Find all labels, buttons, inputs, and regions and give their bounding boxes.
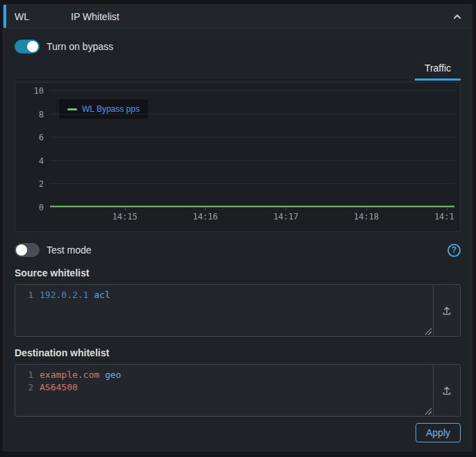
gridline [50, 137, 454, 138]
toggle-knob [16, 244, 27, 256]
upload-icon [441, 385, 452, 396]
tab-bar: Traffic [15, 58, 461, 80]
code-token-plain [99, 369, 105, 381]
code-line: 2AS64500 [15, 381, 433, 394]
gridline [50, 160, 454, 161]
test-mode-toggle-label: Test mode [47, 244, 92, 256]
x-tick-label: 14:16 [192, 212, 218, 222]
line-number: 1 [15, 289, 33, 301]
upload-icon [441, 305, 452, 316]
x-tick-label: 14:19 [434, 212, 454, 222]
source-upload-button[interactable] [437, 301, 457, 320]
legend-series-marker [67, 108, 77, 110]
line-number: 2 [15, 381, 33, 394]
x-tick-label: 14:15 [113, 212, 138, 222]
toggle-knob [27, 41, 38, 52]
chart-legend[interactable]: WL Bypass pps [59, 99, 148, 119]
bypass-row: Turn on bypass [15, 40, 461, 53]
panel-id: WL [15, 11, 29, 22]
gridline [50, 90, 454, 91]
apply-button[interactable]: Apply [416, 423, 461, 442]
tab-traffic[interactable]: Traffic [415, 58, 461, 79]
resize-handle[interactable] [425, 408, 432, 415]
accent-bar [3, 5, 6, 28]
code-token-string: AS64500 [40, 381, 78, 394]
destination-whitelist-input[interactable]: 1example.com geo2AS64500 [15, 365, 434, 416]
chart-x-axis: 14:1514:1614:1714:1814:19 [50, 208, 454, 224]
panel-title: IP Whitelist [71, 11, 120, 22]
source-whitelist-editor: 1192.0.2.1 acl [15, 284, 461, 337]
bypass-toggle[interactable] [15, 40, 40, 53]
line-number: 1 [15, 369, 33, 381]
x-tick-label: 14:17 [273, 212, 298, 222]
panel-header[interactable]: WL IP Whitelist [3, 5, 472, 28]
code-token-keyword: acl [94, 289, 110, 301]
legend-series-name: WL Bypass pps [82, 104, 140, 114]
resize-handle[interactable] [425, 328, 432, 335]
chart-plot-area[interactable]: WL Bypass pps [50, 91, 454, 208]
gridline [50, 114, 454, 115]
y-tick-label: 0 [39, 203, 44, 213]
destination-whitelist-editor: 1example.com geo2AS64500 [15, 364, 461, 417]
panel-footer: Apply [15, 423, 461, 442]
panel-body: Turn on bypass Traffic 0246810 WL Bypass… [3, 28, 472, 451]
source-whitelist-label: Source whitelist [15, 267, 461, 279]
y-tick-label: 8 [39, 110, 44, 119]
x-tick-label: 14:18 [354, 212, 379, 222]
destination-whitelist-label: Destination whitelist [15, 347, 461, 358]
bypass-toggle-label: Turn on bypass [47, 41, 113, 52]
code-line: 1example.com geo [15, 369, 433, 381]
destination-upload-button[interactable] [437, 381, 457, 400]
y-tick-label: 6 [39, 133, 44, 142]
chevron-up-icon[interactable] [452, 12, 462, 22]
code-token-plain [88, 289, 94, 301]
source-whitelist-input[interactable]: 1192.0.2.1 acl [15, 285, 434, 336]
traffic-chart[interactable]: 0246810 WL Bypass pps 14:1514:1614:1714:… [15, 82, 461, 232]
gridline [50, 183, 454, 184]
test-mode-row: Test mode ? [15, 243, 461, 257]
code-token-string: example.com [40, 369, 99, 381]
code-token-keyword: geo [105, 369, 121, 381]
test-mode-toggle[interactable] [15, 243, 40, 257]
chart-y-axis: 0246810 [18, 91, 50, 208]
y-tick-label: 4 [39, 156, 44, 166]
question-circle-icon[interactable]: ? [448, 244, 461, 257]
ip-whitelist-panel: WL IP Whitelist Turn on bypass Traffic 0… [3, 4, 473, 451]
code-token-value: 192.0.2.1 [40, 289, 88, 301]
code-line: 1192.0.2.1 acl [15, 289, 433, 301]
y-tick-label: 2 [39, 179, 44, 189]
y-tick-label: 10 [34, 86, 44, 96]
